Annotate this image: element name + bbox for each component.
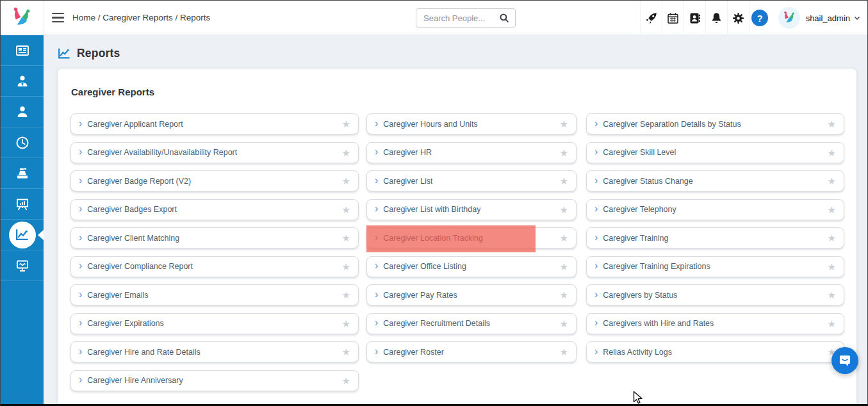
report-link-item[interactable]: › Caregiver HR ★ bbox=[366, 142, 577, 163]
search-icon[interactable] bbox=[498, 12, 511, 24]
hamburger-menu-icon[interactable] bbox=[52, 13, 64, 23]
report-link-item[interactable]: › Caregiver Hours and Units ★ bbox=[366, 113, 577, 134]
favorite-star-icon[interactable]: ★ bbox=[560, 319, 568, 329]
sidebar-item-caregivers[interactable] bbox=[1, 66, 44, 97]
sidebar-item-payroll[interactable] bbox=[1, 250, 44, 281]
report-link-item[interactable]: › Caregiver Roster ★ bbox=[366, 341, 577, 362]
report-link-item[interactable]: › Caregiver Skill Level ★ bbox=[586, 142, 844, 163]
favorite-star-icon[interactable]: ★ bbox=[828, 176, 836, 186]
chevron-right-icon: › bbox=[594, 175, 598, 186]
app-logo[interactable] bbox=[1, 1, 44, 35]
sidebar-item-dashboard[interactable] bbox=[1, 35, 44, 66]
launch-rocket-icon[interactable] bbox=[640, 1, 662, 35]
report-link-item[interactable]: › Caregivers by Status ★ bbox=[586, 284, 844, 305]
favorite-star-icon[interactable]: ★ bbox=[828, 119, 836, 129]
report-item-label: Caregiver Compliance Report bbox=[87, 262, 193, 271]
report-link-item[interactable]: › Caregiver Availability/Unavailability … bbox=[70, 142, 359, 163]
favorite-star-icon[interactable]: ★ bbox=[342, 376, 350, 386]
sidebar-item-reports[interactable] bbox=[1, 220, 44, 250]
favorite-star-icon[interactable]: ★ bbox=[560, 290, 568, 300]
report-link-item[interactable]: › Caregiver List ★ bbox=[366, 170, 577, 191]
favorite-star-icon[interactable]: ★ bbox=[828, 205, 836, 215]
page-title-row: Reports bbox=[57, 46, 120, 60]
report-link-item[interactable]: › Caregiver Hire and Rate Details ★ bbox=[70, 341, 359, 362]
search-input[interactable] bbox=[422, 13, 498, 24]
report-link-item[interactable]: › Caregiver Status Change ★ bbox=[586, 170, 844, 191]
report-item-label: Caregiver Roster bbox=[383, 348, 443, 357]
report-link-item[interactable]: › Caregivers with Hire and Rates ★ bbox=[586, 313, 844, 334]
section-title: Caregiver Reports bbox=[71, 86, 844, 97]
report-item-label: Caregiver Recruitment Details bbox=[383, 319, 490, 328]
settings-gear-icon[interactable] bbox=[727, 1, 749, 35]
report-link-item[interactable]: › Caregiver Location Tracking ★ bbox=[366, 227, 577, 248]
favorite-star-icon[interactable]: ★ bbox=[828, 148, 836, 158]
report-link-item[interactable]: › Caregiver Office Listing ★ bbox=[366, 256, 577, 277]
favorite-star-icon[interactable]: ★ bbox=[560, 347, 568, 357]
help-question-glyph: ? bbox=[751, 10, 768, 26]
favorite-star-icon[interactable]: ★ bbox=[342, 148, 350, 158]
report-link-item[interactable]: › Caregiver Client Matching ★ bbox=[70, 227, 359, 248]
favorite-star-icon[interactable]: ★ bbox=[828, 262, 836, 272]
report-link-item[interactable]: › Caregiver Hire Anniversary ★ bbox=[70, 370, 359, 391]
favorite-star-icon[interactable]: ★ bbox=[560, 176, 568, 186]
breadcrumb[interactable]: Home / Caregiver Reports / Reports bbox=[72, 13, 210, 22]
favorite-star-icon[interactable]: ★ bbox=[342, 233, 350, 243]
favorite-star-icon[interactable]: ★ bbox=[342, 119, 350, 129]
sidebar-item-clients[interactable] bbox=[1, 97, 44, 127]
report-columns: › Caregiver Applicant Report ★ › Caregiv… bbox=[70, 113, 844, 398]
favorite-star-icon[interactable]: ★ bbox=[560, 205, 568, 215]
people-search bbox=[416, 8, 516, 28]
report-link-item[interactable]: › Caregiver Compliance Report ★ bbox=[70, 256, 359, 277]
report-link-item[interactable]: › Relias Activity Logs ★ bbox=[586, 341, 844, 362]
favorite-star-icon[interactable]: ★ bbox=[828, 233, 836, 243]
help-icon[interactable]: ? bbox=[749, 1, 771, 35]
report-link-item[interactable]: › Caregiver Badges Export ★ bbox=[70, 199, 359, 220]
page-title: Reports bbox=[77, 47, 120, 60]
favorite-star-icon[interactable]: ★ bbox=[342, 205, 350, 215]
chevron-right-icon: › bbox=[79, 346, 82, 357]
favorite-star-icon[interactable]: ★ bbox=[342, 319, 350, 329]
favorite-star-icon[interactable]: ★ bbox=[560, 148, 568, 158]
report-item-label: Caregiver Separation Details by Status bbox=[603, 120, 741, 129]
chevron-right-icon: › bbox=[79, 147, 82, 157]
report-item-label: Caregiver Expirations bbox=[87, 319, 164, 328]
favorite-star-icon[interactable]: ★ bbox=[342, 347, 350, 357]
favorite-star-icon[interactable]: ★ bbox=[342, 290, 350, 300]
sidebar-item-visits[interactable] bbox=[1, 127, 44, 158]
report-link-item[interactable]: › Caregiver Separation Details by Status… bbox=[586, 113, 844, 134]
sidebar-item-marketing[interactable] bbox=[1, 189, 44, 220]
chevron-right-icon: › bbox=[79, 318, 82, 328]
favorite-star-icon[interactable]: ★ bbox=[560, 119, 568, 129]
report-link-item[interactable]: › Caregiver Expirations ★ bbox=[70, 313, 359, 334]
topbar-actions: ? shail_admin bbox=[640, 1, 864, 35]
calendar-icon[interactable] bbox=[662, 1, 684, 35]
report-link-item[interactable]: › Caregiver Recruitment Details ★ bbox=[366, 313, 577, 334]
report-item-label: Caregivers with Hire and Rates bbox=[603, 319, 714, 328]
favorite-star-icon[interactable]: ★ bbox=[560, 233, 568, 243]
favorite-star-icon[interactable]: ★ bbox=[560, 262, 568, 272]
favorite-star-icon[interactable]: ★ bbox=[342, 176, 350, 186]
report-link-item[interactable]: › Caregiver Badge Report (V2) ★ bbox=[70, 170, 359, 191]
report-link-item[interactable]: › Caregiver Applicant Report ★ bbox=[70, 113, 359, 134]
report-item-label: Caregiver Location Tracking bbox=[383, 234, 483, 243]
chevron-right-icon: › bbox=[375, 289, 378, 300]
favorite-star-icon[interactable]: ★ bbox=[342, 262, 350, 272]
user-menu[interactable]: shail_admin bbox=[778, 7, 864, 29]
chevron-right-icon: › bbox=[594, 289, 598, 300]
chat-support-button[interactable] bbox=[831, 347, 858, 374]
left-navigation-sidebar bbox=[1, 35, 44, 404]
sidebar-item-billing[interactable] bbox=[1, 158, 44, 189]
notifications-bell-icon[interactable] bbox=[705, 1, 727, 35]
contacts-book-icon[interactable] bbox=[684, 1, 705, 35]
report-link-item[interactable]: › Caregiver Training Expirations ★ bbox=[586, 256, 844, 277]
report-link-item[interactable]: › Caregiver Pay Rates ★ bbox=[366, 284, 577, 305]
favorite-star-icon[interactable]: ★ bbox=[828, 290, 836, 300]
report-link-item[interactable]: › Caregiver Training ★ bbox=[586, 227, 844, 248]
report-link-item[interactable]: › Caregiver List with Birthday ★ bbox=[366, 199, 577, 220]
chevron-right-icon: › bbox=[594, 261, 598, 271]
report-item-label: Caregiver Availability/Unavailability Re… bbox=[87, 148, 237, 157]
report-link-item[interactable]: › Caregiver Emails ★ bbox=[70, 284, 359, 305]
favorite-star-icon[interactable]: ★ bbox=[828, 319, 836, 329]
report-link-item[interactable]: › Caregiver Telephony ★ bbox=[586, 199, 844, 220]
chevron-down-icon bbox=[853, 14, 861, 22]
